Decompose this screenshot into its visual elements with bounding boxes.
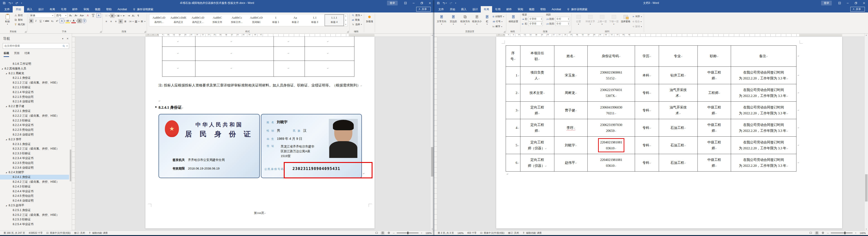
style-item[interactable]: AaBbCc 投标文件... <box>227 14 247 26</box>
table-row[interactable]: 6 定向工程 师（仪器） 赵伟平 2204021981081 03610 专科 … <box>506 154 797 172</box>
heading-item[interactable]: 8.2.4.5 劳动合同 <box>0 193 69 198</box>
accessibility-status[interactable]: 辅助功能: 调查 <box>521 232 544 235</box>
heading-item[interactable]: 8.2.4 刘晓宇 <box>0 170 69 175</box>
shrink-font-button[interactable]: A▾ <box>74 13 79 18</box>
paragraph-dialog-launcher[interactable] <box>144 31 146 33</box>
id-card-image[interactable]: ★ 中华人民共和国 居 民 身 份 证 签发机关齐齐哈尔市公安局建华分局 有效期… <box>158 114 362 178</box>
heading-item[interactable]: 8.2.1.3 职称证 <box>0 85 69 90</box>
ribbon-tab[interactable]: 审阅 <box>81 6 92 12</box>
web-layout-icon[interactable] <box>821 232 825 235</box>
heading-item[interactable]: 8.2.2.6 业绩证明 <box>0 132 69 137</box>
nav-tab[interactable]: 标题 <box>4 51 9 57</box>
zoom-slider[interactable] <box>831 233 852 233</box>
heading-item[interactable]: 8.2.2.1 身份证 <box>0 109 69 113</box>
grid-settings-button[interactable]: 稿纸设置 <box>508 13 519 30</box>
signin-button[interactable]: 登录 <box>387 1 398 5</box>
heading-item[interactable]: 8.2.2.2 三证（硫化氢、井控、HSE） <box>0 113 69 118</box>
subscript-button[interactable]: x₂ <box>50 19 55 23</box>
print-layout-icon[interactable] <box>815 232 819 235</box>
paste-button[interactable]: 粘贴▾ <box>2 13 13 30</box>
signin-button[interactable]: 登录 <box>821 1 832 5</box>
ribbon-tab[interactable]: 引用 <box>58 6 69 12</box>
nav-tab[interactable]: 页面 <box>14 51 20 57</box>
clear-format-button[interactable]: A <box>86 13 90 18</box>
align-center-button[interactable]: ≡ <box>109 19 114 24</box>
search-options-caret[interactable]: ▾ <box>67 45 67 47</box>
heading-item[interactable]: 8.2.1.1 身份证 <box>0 76 69 80</box>
heading-item[interactable]: 8.2.5.3 职称证 <box>0 217 69 222</box>
line-spacing-button[interactable]: ↕≡ <box>128 19 132 24</box>
ribbon-options-icon[interactable] <box>835 0 843 6</box>
heading-item[interactable]: 8.2 其他服务人员 <box>0 66 69 71</box>
style-gallery-scroll[interactable]: ▴▾⊽ <box>344 14 347 26</box>
heading-item[interactable]: 8.2.2.3 职称证 <box>0 118 69 123</box>
tell-me-search[interactable]: 操作说明搜索 <box>130 6 156 12</box>
orientation-button[interactable]: 纸张方向▾ <box>460 13 471 30</box>
ribbon-tab[interactable]: 邮件 <box>503 6 515 12</box>
superscript-button[interactable]: x² <box>55 19 59 23</box>
character-shading-button[interactable]: A <box>77 19 82 23</box>
minimize-icon[interactable] <box>843 0 852 6</box>
zoom-percent[interactable]: 130% <box>425 232 432 234</box>
accessibility-status[interactable]: 辅助功能: 调查 <box>87 232 110 235</box>
ribbon-tab[interactable]: 设计 <box>469 6 481 12</box>
heading-item[interactable]: 8.1.6 工作证明 <box>0 61 69 66</box>
heading-item[interactable]: 8.2.3.1 身份证 <box>0 142 69 147</box>
heading-item[interactable]: 8.2.2.4 毕业证书 <box>0 123 69 128</box>
heading-item[interactable]: 8.2.3.5 劳动合同 <box>0 161 69 165</box>
nav-chevron-down-icon[interactable]: ▾ <box>62 37 63 40</box>
save-icon[interactable] <box>3 2 6 4</box>
strikethrough-button[interactable]: abc <box>44 19 50 23</box>
replace-button[interactable]: ab替换 <box>351 18 363 22</box>
ribbon-tab[interactable]: 开始 <box>447 6 458 12</box>
borders-button[interactable]: ⊞ <box>140 19 144 24</box>
ribbon-tab[interactable]: 开始 <box>13 6 24 12</box>
heading-item[interactable]: 8.2.3.3 职称证 <box>0 151 69 156</box>
ribbon-tab[interactable]: 插入 <box>458 6 469 12</box>
zoom-percent[interactable]: 140% <box>859 232 866 234</box>
find-button[interactable]: 查找▾ <box>351 13 363 18</box>
close-icon[interactable] <box>860 0 868 6</box>
line-numbers-button[interactable]: ⁝⊞行号▾ <box>492 20 505 24</box>
close-icon[interactable] <box>426 0 434 6</box>
read-mode-icon[interactable] <box>375 232 379 235</box>
heading-item[interactable]: 8.2.2 曹子健 <box>0 104 69 109</box>
align-right-button[interactable]: ≡ <box>114 19 118 24</box>
columns-button[interactable]: 栏▾ <box>483 13 491 30</box>
zoom-in-icon[interactable]: ＋ <box>855 232 857 235</box>
horizontal-ruler[interactable]: 2 4 6 8 10 12 14 16 18 20 22 24 26 28 30… <box>434 33 864 37</box>
font-dialog-launcher[interactable] <box>100 31 102 33</box>
ribbon-tab[interactable]: 文件 <box>435 6 447 12</box>
character-border-button[interactable]: A <box>96 13 101 18</box>
format-painter-button[interactable]: 格式刷 <box>14 22 26 27</box>
save-icon[interactable] <box>437 2 440 4</box>
align-objects-button[interactable]: ⊫对齐▾ <box>632 15 643 19</box>
heading-item[interactable]: 8.2.5.4 毕业证书 <box>0 222 69 227</box>
page-setup-dialog-launcher[interactable] <box>504 31 505 33</box>
heading-item[interactable]: 8.2.3.2 三证（硫化氢、井控、HSE） <box>0 147 69 151</box>
indent-right-stepper[interactable]: ⇤右:0 字符▲▼ <box>522 22 543 26</box>
heading-item[interactable]: 8.2.1.4 毕业证书 <box>0 90 69 95</box>
heading-item[interactable]: 8.2.1.6 业绩证明 <box>0 99 69 104</box>
select-button[interactable]: 选择▾ <box>351 22 363 27</box>
decrease-indent-button[interactable]: ⇤ <box>122 14 126 18</box>
web-layout-icon[interactable] <box>387 232 391 235</box>
heading-item[interactable]: 8.2.2.5 劳动合同 <box>0 128 69 132</box>
search-icon[interactable] <box>62 45 65 47</box>
style-item[interactable]: 1.1 标题 3 <box>305 14 324 26</box>
heading-item[interactable]: 8.2.1.2 三证（硫化氢、井控、HSE） <box>0 80 69 85</box>
heading-item[interactable]: 8.2.4.4 毕业证书 <box>0 189 69 194</box>
clipboard-dialog-launcher[interactable] <box>25 31 27 33</box>
style-item[interactable]: AaBbCcDdE 表内正文 <box>169 14 188 26</box>
zoom-indicator[interactable]: 140% <box>456 232 465 234</box>
heading-item[interactable]: 8.2.4.2 三证（硫化氢、井控、HSE） <box>0 180 69 184</box>
heading-item[interactable]: 8.2.3.6 业绩证明 <box>0 165 69 170</box>
table-row[interactable]: 3 定向工程 师 曹子健 2306041996030 70211 专科 油气开采… <box>506 102 797 119</box>
heading-item[interactable]: 8.2.5 赵伟平 <box>0 203 69 208</box>
multilevel-list-button[interactable]: ⁝≣ <box>116 14 121 18</box>
empty-table[interactable] <box>162 36 354 77</box>
paper-size-button[interactable]: 纸张大小▾ <box>471 13 482 30</box>
customize-qat-icon[interactable]: ▾ <box>455 2 456 4</box>
ribbon-tab[interactable]: Acrobat <box>549 6 564 12</box>
styles-dialog-launcher[interactable] <box>347 31 349 33</box>
